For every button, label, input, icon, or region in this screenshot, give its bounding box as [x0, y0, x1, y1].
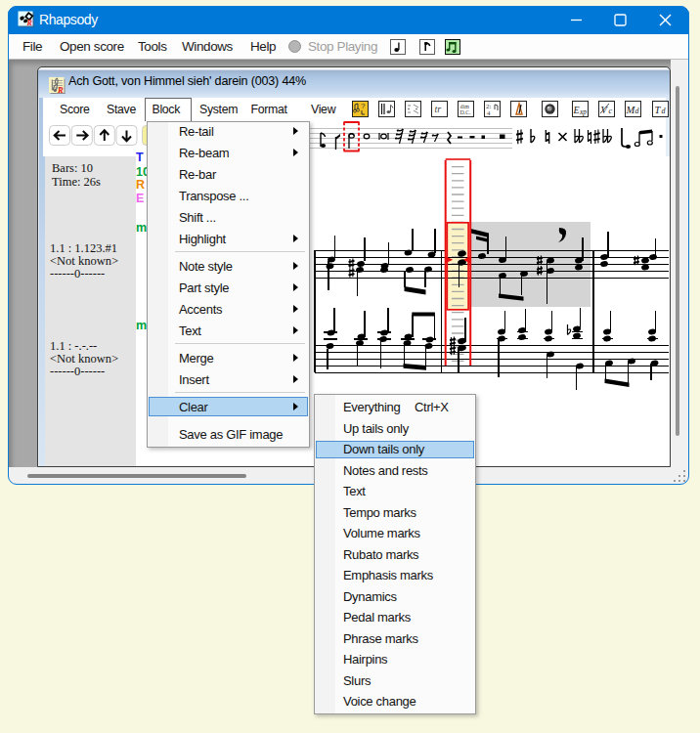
svg-text:xp: xp: [579, 108, 587, 116]
svg-text:D.C.: D.C.: [460, 109, 472, 115]
svg-text:R: R: [57, 85, 64, 95]
svg-text:?: ?: [361, 102, 366, 110]
svg-text:R: R: [25, 19, 32, 27]
svg-text:4: 4: [487, 109, 491, 117]
svg-text:dim: dim: [460, 104, 470, 109]
svg-text:E: E: [573, 105, 580, 115]
svg-text:tr: tr: [435, 104, 442, 114]
svg-text:c: c: [609, 107, 613, 115]
